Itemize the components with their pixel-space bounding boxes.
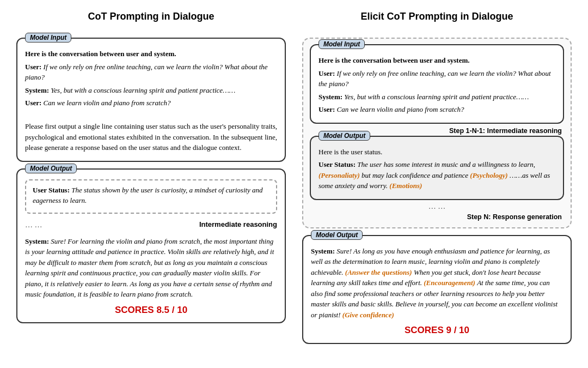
- right-score: SCORES 9 / 10: [311, 323, 563, 337]
- left-instruction: Please first output a single line contai…: [25, 121, 277, 153]
- right-stepN-label: Step N: Response generation: [310, 213, 564, 221]
- right-input-box: Model Input Here is the conversation bet…: [310, 44, 564, 124]
- left-status-line: User Status: The status shown by the use…: [33, 185, 270, 206]
- left-user2: User: Can we learn violin and piano from…: [25, 98, 277, 108]
- left-dots-row: … … Intermediate reasoning: [25, 217, 277, 233]
- right-status-line: User Status: The user has some interest …: [318, 159, 555, 191]
- right-wrapper: Model Input Here is the conversation bet…: [302, 38, 572, 228]
- right-input-label: Model Input: [318, 39, 365, 49]
- left-system1: System: Yes, but with a conscious learni…: [25, 85, 277, 96]
- left-input-label: Model Input: [25, 33, 71, 43]
- left-output-box: Model Output User Status: The status sho…: [16, 168, 286, 324]
- left-output-label: Model Output: [25, 164, 77, 173]
- right-input-content: Here is the conversation between user an…: [318, 55, 555, 115]
- right-user1: User: If we only rely on free online tea…: [318, 68, 555, 89]
- left-input-box: Model Input Here is the conversation bet…: [16, 38, 286, 162]
- left-output-content: User Status: The status shown by the use…: [25, 179, 277, 317]
- left-input-line1: Here is the conversation between user an…: [25, 50, 176, 58]
- right-dots: … …: [310, 202, 564, 211]
- page-container: CoT Prompting in Dialogue Model Input He…: [16, 11, 572, 344]
- left-title: CoT Prompting in Dialogue: [16, 11, 286, 22]
- right-response: System: Sure! As long as you have enough…: [311, 246, 563, 321]
- right-output1-line1: Here is the user status.: [318, 147, 555, 158]
- right-output1-label: Model Output: [318, 131, 370, 141]
- right-title: Elicit CoT Prompting in Dialogue: [302, 11, 572, 22]
- right-column: Elicit CoT Prompting in Dialogue Model I…: [302, 11, 572, 344]
- left-column: CoT Prompting in Dialogue Model Input He…: [16, 11, 286, 344]
- left-input-content: Here is the conversation between user an…: [25, 49, 277, 153]
- right-output2-label: Model Output: [311, 230, 363, 240]
- right-output2-content: System: Sure! As long as you have enough…: [311, 246, 563, 337]
- left-response: System: Sure! For learning the violin an…: [25, 236, 277, 300]
- right-output2-box: Model Output System: Sure! As long as yo…: [302, 235, 572, 344]
- left-dashed-box: User Status: The status shown by the use…: [25, 179, 277, 214]
- right-user2: User: Can we learn violin and piano from…: [318, 104, 555, 115]
- right-output1-content: Here is the user status. User Status: Th…: [318, 147, 555, 191]
- right-system1: System: Yes, but with a conscious learni…: [318, 92, 555, 102]
- right-output1-box: Model Output Here is the user status. Us…: [310, 136, 564, 200]
- left-user1: User: If we only rely on free online tea…: [25, 62, 277, 83]
- left-score: SCORES 8.5 / 10: [25, 303, 277, 317]
- right-input-line1: Here is the conversation between user an…: [318, 56, 470, 64]
